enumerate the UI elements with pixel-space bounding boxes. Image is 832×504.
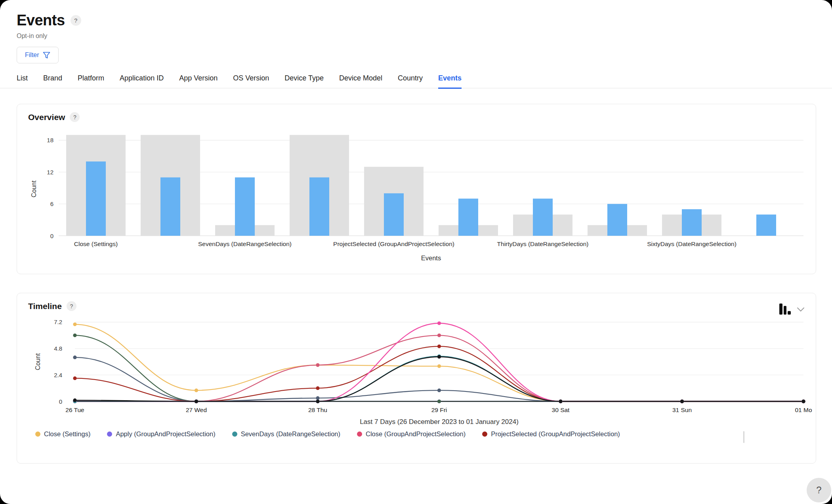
legend-item[interactable]: Close (Settings): [35, 430, 90, 438]
timeline-data-point: [73, 376, 76, 380]
legend-label: Apply (GroupAndProjectSelection): [116, 430, 215, 438]
timeline-x-tick: 31 Sun: [672, 407, 692, 413]
overview-card: Overview ? 061218CountClose (Settings)Se…: [17, 104, 816, 274]
legend-item[interactable]: Close (GroupAndProjectSelection): [357, 430, 466, 438]
overview-x-category-label: ProjectSelected (GroupAndProjectSelectio…: [333, 241, 454, 247]
timeline-y-tick: 0: [59, 398, 62, 405]
timeline-x-tick: 01 Mo: [795, 407, 812, 413]
tab-events[interactable]: Events: [438, 73, 462, 89]
timeline-data-point: [73, 334, 76, 337]
overview-help-icon[interactable]: ?: [70, 112, 80, 122]
bar-chart-type-icon[interactable]: [779, 303, 792, 317]
timeline-y-tick: 4.8: [54, 345, 62, 352]
tab-list[interactable]: List: [17, 73, 28, 88]
legend-color-dot: [482, 431, 487, 437]
timeline-series-line: [75, 356, 803, 401]
timeline-x-tick: 28 Thu: [308, 407, 327, 413]
timeline-data-point: [437, 389, 441, 392]
timeline-y-tick: 2.4: [54, 372, 62, 378]
timeline-data-point: [437, 399, 441, 403]
legend-label: Close (GroupAndProjectSelection): [366, 430, 466, 438]
timeline-card-title: Timeline ?: [28, 301, 76, 311]
filter-button[interactable]: Filter: [17, 47, 59, 63]
legend-scrollbar[interactable]: [743, 431, 744, 443]
timeline-data-point: [437, 345, 441, 348]
tab-bar: ListBrandPlatformApplication IDApp Versi…: [0, 73, 832, 88]
page-help-icon[interactable]: ?: [71, 15, 81, 26]
overview-count-bar[interactable]: [458, 199, 478, 236]
chevron-down-icon[interactable]: [797, 306, 805, 313]
overview-x-axis-label: Events: [421, 254, 441, 262]
overview-x-category-label: ThirtyDays (DateRangeSelection): [497, 241, 589, 247]
overview-bar-chart: 061218CountClose (Settings)SevenDays (Da…: [17, 104, 816, 274]
timeline-data-point: [195, 389, 198, 392]
timeline-x-tick: 27 Wed: [186, 407, 207, 413]
floating-help-icon: ?: [816, 485, 821, 496]
legend-color-dot: [232, 431, 237, 437]
overview-count-bar[interactable]: [533, 199, 553, 236]
timeline-data-point: [195, 399, 198, 403]
overview-count-bar[interactable]: [86, 162, 106, 236]
legend-item[interactable]: Apply (GroupAndProjectSelection): [107, 430, 215, 438]
overview-count-bar[interactable]: [160, 178, 180, 236]
overview-y-tick: 0: [50, 233, 53, 239]
overview-y-tick: 18: [47, 137, 53, 143]
timeline-y-tick: 7.2: [54, 319, 62, 325]
tab-country[interactable]: Country: [398, 73, 423, 88]
tab-device-model[interactable]: Device Model: [339, 73, 382, 88]
timeline-caption: Last 7 Days (26 December 2023 to 01 Janu…: [360, 418, 519, 426]
timeline-data-point: [316, 386, 319, 390]
timeline-series-line: [75, 357, 803, 401]
legend-label: Close (Settings): [44, 430, 90, 438]
overview-count-bar[interactable]: [235, 178, 255, 236]
overview-count-bar[interactable]: [607, 204, 627, 236]
timeline-data-point: [73, 399, 76, 402]
tab-device-type[interactable]: Device Type: [284, 73, 324, 88]
timeline-data-point: [73, 355, 76, 359]
timeline-data-point: [73, 323, 76, 326]
overview-y-tick: 12: [47, 169, 53, 176]
overview-x-category-label: Close (Settings): [74, 241, 118, 247]
timeline-data-point: [437, 355, 441, 359]
overview-title-text: Overview: [28, 113, 65, 122]
legend-color-dot: [107, 431, 112, 437]
tab-platform[interactable]: Platform: [78, 73, 104, 88]
timeline-data-point: [680, 399, 684, 403]
legend-label: ProjectSelected (GroupAndProjectSelectio…: [491, 430, 620, 438]
timeline-data-point: [316, 396, 319, 400]
legend-label: SevenDays (DateRangeSelection): [241, 430, 340, 438]
overview-count-bar[interactable]: [756, 214, 776, 236]
legend-color-dot: [35, 431, 40, 437]
timeline-data-point: [437, 321, 441, 325]
timeline-data-point: [316, 363, 319, 367]
timeline-data-point: [437, 334, 441, 337]
tab-app-version[interactable]: App Version: [179, 73, 218, 88]
filter-button-label: Filter: [25, 52, 39, 59]
timeline-data-point: [801, 399, 805, 403]
timeline-x-tick: 26 Tue: [65, 407, 84, 413]
overview-count-bar[interactable]: [384, 193, 404, 236]
tab-os-version[interactable]: OS Version: [233, 73, 269, 88]
timeline-legend: Close (Settings)Apply (GroupAndProjectSe…: [35, 430, 620, 438]
overview-y-tick: 6: [50, 200, 53, 207]
overview-x-category-label: SixtyDays (DateRangeSelection): [647, 241, 737, 247]
overview-count-bar[interactable]: [309, 178, 329, 236]
legend-item[interactable]: SevenDays (DateRangeSelection): [232, 430, 340, 438]
timeline-data-point: [316, 399, 319, 403]
timeline-help-icon[interactable]: ?: [67, 301, 76, 311]
timeline-x-tick: 29 Fri: [431, 407, 447, 413]
filter-funnel-icon: [43, 52, 50, 59]
overview-x-category-label: SevenDays (DateRangeSelection): [198, 241, 292, 247]
floating-help-button[interactable]: ?: [807, 478, 831, 502]
chart-type-selector[interactable]: [779, 303, 805, 317]
tab-brand[interactable]: Brand: [43, 73, 62, 88]
timeline-card: Timeline ? 02.44.87.2Count26 Tue27 Wed28…: [17, 293, 816, 464]
timeline-data-point: [437, 365, 441, 368]
timeline-title-text: Timeline: [28, 302, 62, 311]
timeline-y-axis-label: Count: [34, 353, 41, 370]
page-title-text: Events: [17, 12, 65, 29]
tab-application-id[interactable]: Application ID: [120, 73, 164, 88]
overview-y-axis-label: Count: [31, 180, 37, 197]
legend-item[interactable]: ProjectSelected (GroupAndProjectSelectio…: [482, 430, 620, 438]
overview-count-bar[interactable]: [682, 209, 702, 236]
